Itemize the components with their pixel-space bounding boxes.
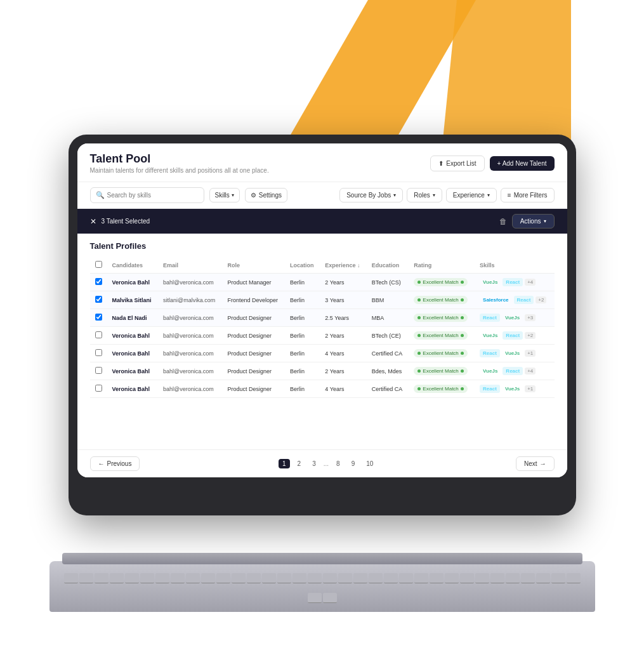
- skill-count: +3: [525, 314, 536, 321]
- rating-dot-right: [461, 352, 464, 355]
- skills-cell: SalesforceReact+2: [480, 296, 549, 304]
- page-number[interactable]: 2: [294, 459, 305, 468]
- page-number[interactable]: 9: [348, 459, 359, 468]
- candidate-education: MBA: [372, 315, 384, 321]
- skills-cell: VueJsReact+4: [480, 367, 549, 375]
- skill-tag: React: [503, 367, 523, 375]
- candidate-name: Veronica Bahl: [112, 386, 150, 392]
- page-title: Talent Pool: [90, 152, 269, 166]
- actions-dropdown-button[interactable]: Actions ▾: [512, 214, 555, 229]
- row-checkbox[interactable]: [95, 296, 102, 303]
- previous-button[interactable]: ← Previous: [90, 456, 140, 471]
- table-row: Malvika Sitlani sitlani@malvika.com Fron…: [90, 291, 555, 309]
- rating-badge: Excellent Match: [414, 349, 467, 357]
- candidate-name: Veronica Bahl: [112, 350, 150, 357]
- search-input[interactable]: [107, 192, 199, 199]
- rating-dot-right: [461, 369, 464, 373]
- row-checkbox[interactable]: [95, 367, 102, 374]
- skill-tag: VueJs: [502, 349, 523, 357]
- skill-tag: React: [480, 385, 500, 393]
- candidate-education: BBM: [372, 297, 384, 303]
- section-title: Talent Profiles: [90, 241, 555, 251]
- rating-dot: [417, 281, 421, 284]
- title-area: Talent Pool Maintain talents for differe…: [90, 152, 269, 174]
- page-ellipsis: ...: [324, 460, 329, 467]
- skills-dropdown[interactable]: Skills ▾: [209, 188, 240, 202]
- table-row: Veronica Bahl bahl@veronica.com Product …: [90, 274, 555, 291]
- filter-right-group: Source By Jobs ▾ Roles ▾ Experience ▾ ≡ …: [339, 188, 554, 202]
- skill-tag: Salesforce: [480, 296, 511, 304]
- page-number[interactable]: 1: [279, 459, 290, 468]
- page-number[interactable]: 10: [362, 459, 377, 468]
- candidate-education: Certified CA: [372, 386, 403, 392]
- candidate-location: Berlin: [290, 333, 305, 339]
- settings-button[interactable]: ⚙ Settings: [245, 188, 287, 202]
- candidate-role: Product Designer: [227, 333, 272, 339]
- chevron-down-icon: ▾: [232, 192, 234, 198]
- skill-tag: React: [503, 331, 523, 340]
- source-by-jobs-dropdown[interactable]: Source By Jobs ▾: [339, 188, 403, 202]
- page-number[interactable]: 8: [332, 459, 344, 468]
- row-checkbox[interactable]: [95, 331, 102, 338]
- skill-tag: React: [503, 278, 523, 286]
- page-subtitle: Maintain talents for different skills an…: [90, 167, 269, 174]
- col-education: Education: [367, 257, 409, 274]
- rating-badge: Excellent Match: [414, 314, 467, 322]
- select-all-checkbox[interactable]: [95, 261, 102, 268]
- candidate-role: Frontend Developer: [227, 297, 278, 303]
- more-filters-button[interactable]: ≡ More Filters: [501, 188, 555, 202]
- skill-tag: VueJs: [502, 385, 523, 393]
- skill-count: +4: [525, 279, 536, 286]
- rating-dot-right: [461, 298, 464, 302]
- next-button[interactable]: Next →: [516, 456, 555, 471]
- candidate-education: Certified CA: [372, 350, 403, 357]
- col-experience: Experience ↓: [320, 257, 366, 274]
- app-container: Talent Pool Maintain talents for differe…: [77, 143, 567, 477]
- candidate-experience: 2 Years: [325, 333, 344, 339]
- skill-count: +2: [536, 296, 546, 303]
- rating-badge: Excellent Match: [414, 331, 467, 340]
- talent-table: Candidates Email Role Location Experienc…: [90, 257, 555, 398]
- page-number[interactable]: 3: [308, 459, 320, 468]
- experience-dropdown[interactable]: Experience ▾: [446, 188, 497, 202]
- export-button[interactable]: ⬆ Export List: [430, 156, 484, 171]
- roles-dropdown[interactable]: Roles ▾: [407, 188, 442, 202]
- skills-cell: ReactVueJs+1: [480, 385, 549, 393]
- col-skills: Skills: [475, 257, 554, 274]
- keyboard-keys: [62, 569, 582, 607]
- skill-tag: React: [480, 314, 500, 322]
- add-talent-button[interactable]: + Add New Talent: [490, 156, 555, 171]
- table-row: Veronica Bahl bahl@veronica.com Product …: [90, 345, 555, 362]
- skill-count: +1: [525, 385, 536, 392]
- table-header-row: Candidates Email Role Location Experienc…: [90, 257, 555, 274]
- header-actions: ⬆ Export List + Add New Talent: [430, 156, 554, 171]
- table-row: Veronica Bahl bahl@veronica.com Product …: [90, 327, 555, 345]
- candidate-experience: 3 Years: [325, 297, 344, 303]
- row-checkbox[interactable]: [95, 385, 102, 392]
- candidate-role: Product Manager: [227, 279, 271, 286]
- candidate-email: bahl@veronica.com: [163, 386, 214, 392]
- delete-icon[interactable]: 🗑: [499, 217, 507, 226]
- table-row: Veronica Bahl bahl@veronica.com Product …: [90, 380, 555, 398]
- candidate-name: Veronica Bahl: [112, 333, 150, 339]
- rating-dot: [417, 387, 421, 390]
- close-selection-button[interactable]: ✕: [90, 217, 96, 226]
- row-checkbox[interactable]: [95, 349, 102, 356]
- col-email: Email: [158, 257, 222, 274]
- rating-dot-right: [461, 387, 464, 390]
- chevron-down-icon: ▾: [487, 192, 490, 198]
- candidate-email: sitlani@malvika.com: [163, 297, 215, 303]
- selection-count: 3 Talent Selected: [102, 218, 150, 225]
- table-row: Nada El Nadi bahl@veronica.com Product D…: [90, 309, 555, 327]
- row-checkbox[interactable]: [95, 314, 102, 321]
- candidate-name: Veronica Bahl: [112, 279, 150, 286]
- candidate-email: bahl@veronica.com: [163, 315, 214, 321]
- skill-count: +2: [525, 332, 536, 339]
- candidate-name: Nada El Nadi: [112, 315, 147, 321]
- candidate-name: Malvika Sitlani: [112, 297, 152, 303]
- candidate-location: Berlin: [290, 315, 305, 321]
- keyboard-stand: [62, 553, 582, 564]
- table-row: Veronica Bahl bahl@veronica.com Product …: [90, 362, 555, 380]
- row-checkbox[interactable]: [95, 278, 102, 285]
- export-icon: ⬆: [438, 160, 444, 167]
